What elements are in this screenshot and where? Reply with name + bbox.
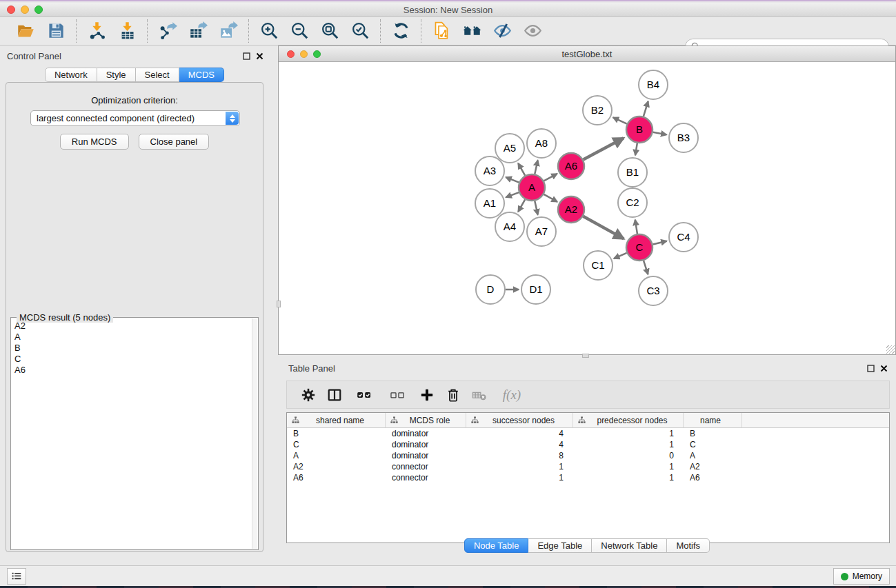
node-C[interactable]: C bbox=[626, 234, 653, 261]
node-A4[interactable]: A4 bbox=[495, 212, 524, 241]
node-A8[interactable]: A8 bbox=[527, 129, 556, 158]
delete-entry-button[interactable] bbox=[443, 385, 464, 405]
table-row[interactable]: Bdominator41B bbox=[287, 428, 889, 439]
tab-network-table[interactable]: Network Table bbox=[592, 538, 667, 553]
save-session-button[interactable] bbox=[43, 19, 69, 43]
edge-A-A4[interactable] bbox=[518, 199, 525, 212]
edge-A6-B[interactable] bbox=[584, 138, 624, 159]
node-A3[interactable]: A3 bbox=[475, 156, 504, 185]
edge-A-A2[interactable] bbox=[544, 194, 557, 202]
node-B[interactable]: B bbox=[626, 116, 653, 143]
edge-A2-C[interactable] bbox=[583, 216, 624, 239]
import-table-button[interactable] bbox=[114, 19, 140, 43]
split-columns-button[interactable] bbox=[324, 385, 345, 405]
edge-C-C4[interactable] bbox=[653, 241, 666, 245]
hide-graphics-details-button[interactable] bbox=[489, 19, 515, 43]
memory-button[interactable]: Memory bbox=[833, 568, 890, 585]
node-C4[interactable]: C4 bbox=[669, 223, 698, 252]
select-all-columns-button[interactable] bbox=[350, 385, 378, 405]
node-B3[interactable]: B3 bbox=[669, 123, 698, 152]
home-neighbors-button[interactable] bbox=[459, 19, 485, 43]
result-item[interactable]: B bbox=[14, 343, 249, 354]
export-network-button[interactable] bbox=[155, 19, 181, 43]
result-item[interactable]: A bbox=[14, 332, 249, 343]
run-mcds-button[interactable]: Run MCDS bbox=[60, 134, 129, 150]
tab-style[interactable]: Style bbox=[97, 68, 136, 82]
show-graphics-details-button[interactable] bbox=[519, 19, 546, 43]
edge-C-C2[interactable] bbox=[635, 220, 637, 234]
node-B1[interactable]: B1 bbox=[618, 158, 647, 187]
node-D1[interactable]: D1 bbox=[521, 275, 550, 304]
deselect-all-columns-button[interactable] bbox=[384, 385, 411, 405]
zoom-in-button[interactable] bbox=[256, 19, 282, 43]
splitter-grip-left[interactable] bbox=[277, 301, 281, 307]
close-panel-icon[interactable] bbox=[256, 52, 263, 60]
export-table-button[interactable] bbox=[185, 19, 211, 43]
column-header-shared-name[interactable]: shared name bbox=[287, 413, 386, 427]
edge-A-A7[interactable] bbox=[535, 201, 537, 215]
edge-C-C1[interactable] bbox=[614, 253, 627, 258]
close-table-panel-icon[interactable] bbox=[880, 365, 888, 372]
tab-node-table[interactable]: Node Table bbox=[464, 538, 529, 553]
edge-A-A1[interactable] bbox=[506, 192, 519, 197]
tab-motifs[interactable]: Motifs bbox=[667, 538, 710, 553]
result-item[interactable]: A6 bbox=[14, 365, 249, 376]
refresh-layout-button[interactable] bbox=[388, 19, 414, 43]
open-session-button[interactable] bbox=[12, 19, 39, 43]
table-row[interactable]: Adominator80A bbox=[287, 450, 889, 461]
edge-A-A3[interactable] bbox=[506, 177, 519, 183]
node-A5[interactable]: A5 bbox=[495, 134, 524, 163]
splitter-grip-bottom[interactable] bbox=[582, 354, 589, 358]
tab-edge-table[interactable]: Edge Table bbox=[528, 538, 592, 553]
destroy-table-button[interactable] bbox=[469, 385, 490, 405]
float-table-panel-icon[interactable] bbox=[867, 365, 875, 372]
task-history-button[interactable] bbox=[7, 568, 26, 585]
table-row[interactable]: A2connector11A2 bbox=[287, 461, 889, 472]
node-A[interactable]: A bbox=[519, 174, 545, 201]
edge-A-A6[interactable] bbox=[544, 174, 557, 181]
tab-network[interactable]: Network bbox=[45, 68, 97, 82]
edge-B-B3[interactable] bbox=[653, 132, 667, 135]
tab-mcds[interactable]: MCDS bbox=[179, 68, 224, 82]
node-B2[interactable]: B2 bbox=[583, 96, 612, 125]
criterion-select[interactable]: largest connected component (directed) bbox=[30, 110, 240, 126]
node-D[interactable]: D bbox=[476, 275, 505, 304]
node-A7[interactable]: A7 bbox=[527, 217, 556, 246]
settings-gear-button[interactable] bbox=[298, 385, 319, 405]
tab-select[interactable]: Select bbox=[136, 68, 179, 82]
import-network-button[interactable] bbox=[83, 19, 110, 43]
edge-A-A5[interactable] bbox=[518, 163, 525, 176]
network-canvas[interactable]: B4B2BB3B1A5A8A6A3AA1C2A2A4A7CC4C1C3DD1 bbox=[279, 63, 895, 354]
table-row[interactable]: A6connector11A6 bbox=[287, 472, 889, 483]
export-image-button[interactable] bbox=[215, 19, 241, 43]
column-header-name[interactable]: name bbox=[684, 413, 742, 427]
edge-C-C3[interactable] bbox=[644, 261, 648, 274]
float-panel-icon[interactable] bbox=[243, 52, 250, 60]
table-row[interactable]: Cdominator41C bbox=[287, 439, 889, 450]
node-C2[interactable]: C2 bbox=[618, 188, 647, 217]
close-panel-button[interactable]: Close panel bbox=[139, 134, 210, 150]
column-header-successor-nodes[interactable]: successor nodes bbox=[466, 413, 573, 427]
result-scrollbar[interactable] bbox=[252, 318, 257, 549]
network-from-selection-button[interactable] bbox=[428, 19, 455, 43]
node-C3[interactable]: C3 bbox=[639, 276, 668, 305]
node-A2[interactable]: A2 bbox=[558, 196, 584, 223]
add-entry-button[interactable] bbox=[417, 385, 437, 405]
edge-B-B4[interactable] bbox=[644, 101, 648, 116]
column-header-MCDS-role[interactable]: MCDS role bbox=[386, 413, 466, 427]
zoom-fit-button[interactable] bbox=[317, 19, 343, 43]
edge-A-A8[interactable] bbox=[535, 160, 537, 174]
zoom-out-button[interactable] bbox=[286, 19, 312, 43]
node-C1[interactable]: C1 bbox=[584, 251, 613, 280]
edge-B-B1[interactable] bbox=[635, 143, 637, 156]
result-item[interactable]: C bbox=[14, 354, 249, 365]
node-B4[interactable]: B4 bbox=[639, 70, 668, 99]
result-item[interactable]: A2 bbox=[14, 321, 249, 332]
edge-B-B2[interactable] bbox=[613, 117, 627, 123]
column-header-predecessor-nodes[interactable]: predecessor nodes bbox=[573, 413, 684, 427]
node-A6[interactable]: A6 bbox=[558, 153, 584, 179]
zoom-selected-button[interactable] bbox=[347, 19, 373, 43]
resize-grip-icon[interactable] bbox=[886, 345, 895, 354]
node-A1[interactable]: A1 bbox=[475, 189, 504, 218]
function-builder-button[interactable]: f(x) bbox=[495, 385, 528, 405]
